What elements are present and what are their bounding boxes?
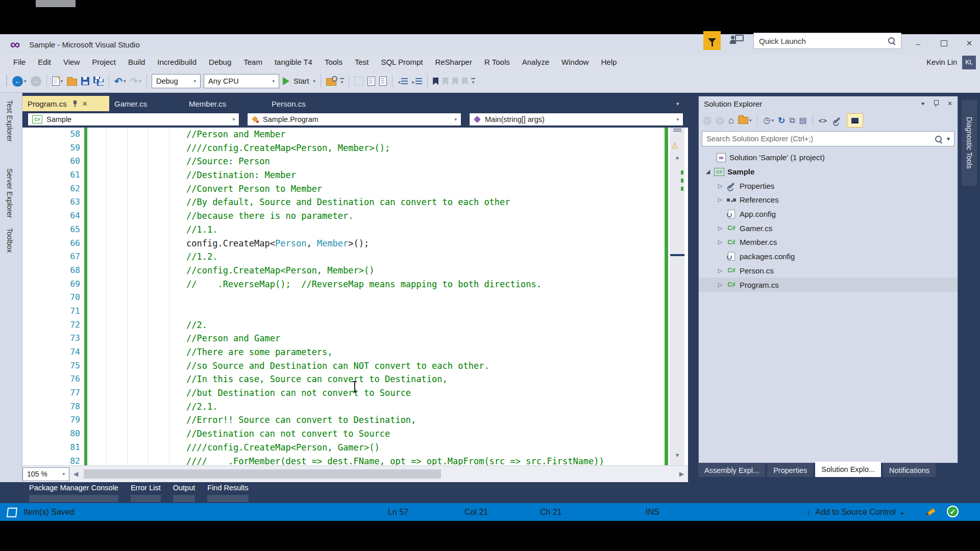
tool-window-tab-notifications[interactable]: Notifications — [883, 463, 936, 477]
expand-icon[interactable]: ▷ — [715, 225, 725, 232]
breakpoint-gutter[interactable] — [22, 372, 31, 386]
document-list-dropdown-icon[interactable]: ▾ — [676, 101, 679, 107]
properties-button[interactable] — [831, 119, 843, 121]
start-debug-button[interactable]: Start▾ — [281, 73, 317, 89]
breakpoint-gutter[interactable] — [22, 209, 31, 223]
menu-item-help[interactable]: Help — [595, 55, 623, 70]
selection-mode-button[interactable] — [352, 73, 365, 89]
collapse-icon[interactable]: ◢ — [703, 168, 713, 175]
pin-icon[interactable] — [73, 101, 77, 107]
menu-item-build[interactable]: Build — [122, 55, 151, 70]
warning-icon[interactable]: ⚠ — [671, 141, 678, 151]
maximize-button[interactable] — [935, 37, 952, 50]
navigate-forward-button[interactable]: → — [29, 73, 43, 89]
expand-icon[interactable]: ▷ — [715, 282, 725, 288]
menu-item-resharper[interactable]: ReSharper — [429, 55, 478, 70]
feedback-pencil-icon[interactable] — [926, 507, 935, 516]
expand-icon[interactable]: ▷ — [715, 239, 725, 245]
collapse-all-button[interactable]: ⧉ — [789, 116, 795, 124]
back-button[interactable]: ‹ — [703, 116, 712, 125]
menu-item-file[interactable]: File — [7, 55, 32, 70]
previous-bookmark-button[interactable] — [440, 73, 450, 89]
solution-explorer-title-bar[interactable]: Solution Explorer ▾ ✕ — [699, 96, 958, 111]
undo-button[interactable]: ↶▾ — [112, 73, 128, 89]
refresh-button[interactable]: ↻ — [778, 116, 785, 125]
panel-tab-output[interactable]: Output — [173, 484, 195, 502]
breakpoint-gutter[interactable] — [22, 250, 31, 264]
menu-item-team[interactable]: Team — [237, 55, 268, 70]
breakpoint-gutter[interactable] — [22, 386, 31, 400]
menu-item-incredibuild[interactable]: Incredibuild — [151, 55, 203, 70]
scroll-down-icon[interactable]: ▼ — [670, 452, 684, 458]
breakpoint-gutter[interactable] — [22, 223, 31, 237]
tree-item-references[interactable]: ▷References — [699, 193, 958, 207]
expand-icon[interactable]: ▷ — [715, 183, 725, 189]
menu-item-view[interactable]: View — [57, 55, 86, 70]
tree-item-program-cs[interactable]: ▷C#Program.cs — [699, 278, 958, 292]
minimize-button[interactable]: ‒ — [910, 37, 927, 50]
breakpoint-gutter[interactable] — [22, 345, 31, 359]
scroll-left-icon[interactable]: ◀ — [74, 470, 78, 478]
menu-item-tangible-t4[interactable]: tangible T4 — [268, 55, 318, 70]
breakpoint-gutter[interactable] — [22, 441, 31, 455]
increase-indent-button[interactable]: ▸ — [410, 73, 424, 89]
window-position-icon[interactable]: ▾ — [921, 100, 924, 107]
tree-item-packages-config[interactable]: packages.config — [699, 249, 958, 264]
menu-item-analyze[interactable]: Analyze — [516, 55, 555, 70]
sidebar-tab-server-explorer[interactable]: Server Explorer — [6, 168, 14, 218]
document-tab-program-cs[interactable]: Program.cs✕ — [22, 96, 109, 111]
add-to-source-control-button[interactable]: ↑ Add to Source Control ▴ — [806, 508, 903, 517]
breakpoint-gutter[interactable] — [22, 332, 31, 345]
close-button[interactable]: ✕ — [961, 37, 978, 50]
switch-views-button[interactable]: ▾ — [738, 117, 752, 124]
panel-tab-error-list[interactable]: Error List — [131, 484, 161, 502]
breakpoint-gutter[interactable] — [22, 128, 31, 141]
find-in-files-button[interactable] — [324, 73, 338, 89]
code-editor[interactable]: 58//Person and Member59////config.Create… — [22, 128, 688, 465]
zoom-dropdown[interactable]: 105 %▾ — [22, 467, 69, 481]
menu-item-edit[interactable]: Edit — [32, 55, 57, 70]
tree-item-solution-sample-1-project-[interactable]: ∞Solution 'Sample' (1 project) — [699, 151, 958, 165]
view-code-button[interactable]: <> — [819, 117, 827, 124]
uncomment-button[interactable] — [377, 73, 389, 89]
toolbar-overflow-button[interactable]: ▾ — [338, 78, 346, 85]
comment-out-button[interactable] — [365, 73, 377, 89]
tool-window-tab-assembly-expl...[interactable]: Assembly Expl... — [698, 463, 765, 477]
panel-tab-find-results[interactable]: Find Results — [207, 484, 249, 502]
type-dropdown[interactable]: Sample.Program ▾ — [247, 113, 461, 126]
panel-tab-package-manager-console[interactable]: Package Manager Console — [29, 484, 118, 502]
menu-item-tools[interactable]: Tools — [318, 55, 349, 70]
sidebar-tab-test-explorer[interactable]: Test Explorer — [6, 100, 14, 142]
breakpoint-gutter[interactable] — [22, 455, 31, 466]
scroll-right-icon[interactable]: ▶ — [679, 470, 684, 478]
toolbar-grip[interactable] — [5, 75, 8, 87]
breakpoint-gutter[interactable] — [22, 305, 31, 318]
breakpoint-gutter[interactable] — [22, 427, 31, 441]
editor-split-handle[interactable] — [670, 129, 684, 135]
search-options-icon[interactable]: ▾ — [947, 135, 950, 142]
breakpoint-gutter[interactable] — [22, 264, 31, 278]
menu-item-debug[interactable]: Debug — [203, 55, 237, 70]
expand-icon[interactable]: ▷ — [715, 267, 725, 274]
document-tab-member-cs[interactable]: Member.cs — [184, 96, 266, 111]
toolbar-overflow-button-2[interactable]: ▾ — [470, 78, 477, 85]
home-button[interactable]: ⌂ — [728, 116, 734, 125]
breakpoint-gutter[interactable] — [22, 182, 31, 196]
breakpoint-gutter[interactable] — [22, 168, 31, 182]
pending-changes-filter-button[interactable]: ◷▾ — [763, 116, 774, 124]
navigate-back-button[interactable]: ←▾ — [10, 73, 29, 89]
breakpoint-gutter[interactable] — [22, 400, 31, 414]
breakpoint-gutter[interactable] — [22, 318, 31, 332]
show-all-files-button[interactable]: ▤ — [799, 116, 807, 124]
search-icon[interactable] — [935, 136, 942, 142]
toggle-bookmark-button[interactable] — [431, 73, 440, 89]
breakpoint-gutter[interactable] — [22, 359, 31, 373]
save-all-button[interactable] — [91, 73, 106, 89]
breakpoint-gutter[interactable] — [22, 291, 31, 305]
breakpoint-gutter[interactable] — [22, 278, 31, 291]
tree-item-sample[interactable]: ◢C#Sample — [699, 165, 958, 179]
tree-item-person-cs[interactable]: ▷C#Person.cs — [699, 264, 958, 278]
breakpoint-gutter[interactable] — [22, 155, 31, 168]
close-panel-icon[interactable]: ✕ — [947, 100, 952, 107]
expand-icon[interactable]: ▷ — [715, 196, 725, 203]
